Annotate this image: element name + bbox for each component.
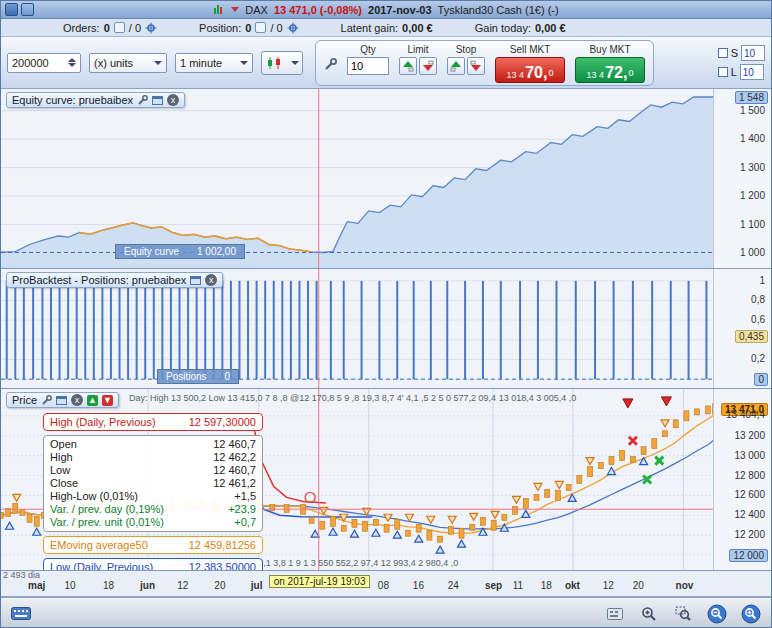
buy-price-prefix: 13 4 (587, 70, 605, 80)
positions-axis-label: 0,2 (748, 353, 768, 364)
equity-curve-flag: Equity curve 1 002,00 (115, 244, 245, 259)
tooltip-row: Low12 460,7 (50, 464, 256, 477)
positions-panel-header[interactable]: ProBacktest - Positions: pruebaibex x (6, 272, 223, 288)
timeframe-dropdown-value: 1 minute (180, 57, 222, 69)
limit-label: Limit (407, 44, 428, 55)
window-menu-icon[interactable] (5, 3, 18, 16)
zoom-in-icon[interactable] (637, 602, 661, 626)
positions-axis-label: 0 (754, 373, 768, 386)
zoom-in-circle-icon[interactable] (739, 602, 763, 626)
price-axis-label: 13 200 (731, 430, 768, 441)
chevron-down-icon (291, 61, 299, 65)
orders-label: Orders: (63, 22, 100, 34)
daily-high-value: 12 597,30000 (189, 416, 256, 428)
wrench-icon[interactable] (137, 95, 148, 106)
wrench-icon[interactable] (41, 395, 52, 406)
amount-up-icon[interactable] (68, 58, 76, 62)
qty-label: Qty (360, 44, 376, 55)
equity-panel-header[interactable]: Equity curve: pruebaibex x (6, 92, 185, 108)
daily-low-value: 12 383,50000 (189, 561, 256, 571)
timeframe-dropdown[interactable]: 1 minute (175, 53, 253, 73)
qty-input[interactable] (347, 57, 389, 75)
buy-marker-icon[interactable]: ▲ (87, 395, 98, 406)
time-axis-tick: 24 (448, 580, 459, 591)
sell-marker-icon[interactable]: ▼ (102, 395, 113, 406)
detach-window-icon[interactable] (190, 276, 201, 285)
instrument-price: 13 471,0 (-0,08%) (274, 4, 362, 16)
positions-axis-label: 0,8 (748, 294, 768, 305)
equity-panel: Equity curve: pruebaibex x Equity curve … (1, 89, 771, 269)
equity-axis-label: 1 500 (737, 105, 768, 116)
s-input[interactable] (741, 45, 765, 61)
limit-buy-button[interactable] (399, 57, 417, 75)
position-list-icon[interactable] (255, 22, 266, 33)
chevron-down-icon (240, 61, 248, 65)
time-axis-tick: okt (565, 580, 580, 591)
gain-today-label: Gain today: (475, 22, 531, 34)
time-axis-tick: 10 (64, 580, 75, 591)
position-group: Position: 0 / 0 (199, 22, 299, 34)
positions-flag: Positions 0 (157, 369, 239, 384)
equity-panel-title: Equity curve: pruebaibex (12, 94, 133, 106)
sell-mkt-button[interactable]: 13 470,0 (495, 57, 565, 83)
units-dropdown[interactable]: (x) units (89, 53, 167, 73)
amount-stepper[interactable]: 200000 (7, 53, 81, 73)
status-row: Orders: 0 / 0 Position: 0 / 0 Latent gai… (1, 19, 771, 37)
tooltip-row: High12 462,2 (50, 451, 256, 464)
keypad-icon[interactable] (603, 602, 627, 626)
price-panel: Price x ▲ ▼ Day: High 13 500,2 Low 13 41… (1, 389, 771, 571)
sell-column: Sell MKT 13 470,0 (495, 44, 565, 83)
close-icon[interactable]: x (205, 274, 217, 286)
stop-sell-button[interactable] (467, 57, 485, 75)
wrench-icon[interactable] (324, 58, 337, 71)
zoom-out-circle-icon[interactable] (705, 602, 729, 626)
equity-axis-label: 1 000 (737, 247, 768, 258)
l-checkbox[interactable] (718, 67, 728, 77)
positions-axis: 10,80,60,4350,20 (713, 269, 771, 388)
time-axis[interactable]: 2 493 dia on 2017-jul-19 19:03 maj1018ju… (1, 571, 771, 597)
tooltip-row: Var. / prev. unit (0,01%)+0,7 (50, 516, 256, 529)
price-axis-label: 12 000 (729, 549, 768, 562)
instrument-dropdown-icon[interactable] (231, 7, 239, 12)
price-axis-label: 12 200 (731, 529, 768, 540)
buy-price-decimal: 0 (628, 66, 633, 80)
equity-chart[interactable] (1, 89, 715, 268)
keyboard-icon[interactable] (9, 602, 33, 626)
orders-list-icon[interactable] (114, 22, 125, 33)
detach-window-icon[interactable] (152, 96, 163, 105)
candlestick-icon (266, 56, 284, 70)
time-axis-tick: maj (28, 580, 45, 591)
window-layout-icon[interactable] (21, 3, 34, 16)
chart-type-button[interactable] (261, 51, 303, 75)
ema-label: EMoving average50 (50, 539, 148, 551)
buy-mkt-button[interactable]: 13 472,0 (575, 57, 645, 83)
s-checkbox[interactable] (718, 48, 728, 58)
time-axis-tick: 20 (633, 580, 644, 591)
time-axis-tick: 16 (413, 580, 424, 591)
close-icon[interactable]: x (167, 94, 179, 106)
limit-sell-button[interactable] (419, 57, 437, 75)
time-axis-tick: 20 (214, 580, 225, 591)
bar-count-label: 2 493 dia (3, 570, 40, 580)
close-icon[interactable]: x (71, 394, 83, 406)
zoom-selection-icon[interactable] (671, 602, 695, 626)
stop-buy-button[interactable] (447, 57, 465, 75)
position-gear-icon[interactable] (287, 22, 299, 34)
time-axis-tick: jun (140, 580, 155, 591)
time-axis-tick: sep (485, 580, 502, 591)
amount-down-icon[interactable] (68, 63, 76, 67)
latent-gain-label: Latent gain: (341, 22, 399, 34)
instrument-name: DAX (245, 4, 268, 16)
price-panel-header[interactable]: Price x ▲ ▼ (6, 392, 119, 408)
positions-panel-title: ProBacktest - Positions: pruebaibex (12, 274, 186, 286)
positions-axis-label: 0,6 (748, 314, 768, 325)
sell-mkt-label: Sell MKT (510, 44, 551, 55)
limit-column: Limit (399, 44, 437, 75)
orders-gear-icon[interactable] (145, 22, 157, 34)
equity-flag-value: 1 002,00 (197, 246, 236, 257)
l-input[interactable] (740, 64, 764, 80)
detach-window-icon[interactable] (56, 396, 67, 405)
orders-group: Orders: 0 / 0 (63, 22, 157, 34)
positions-flag-label: Positions (166, 371, 207, 382)
s-label: S (731, 47, 738, 59)
